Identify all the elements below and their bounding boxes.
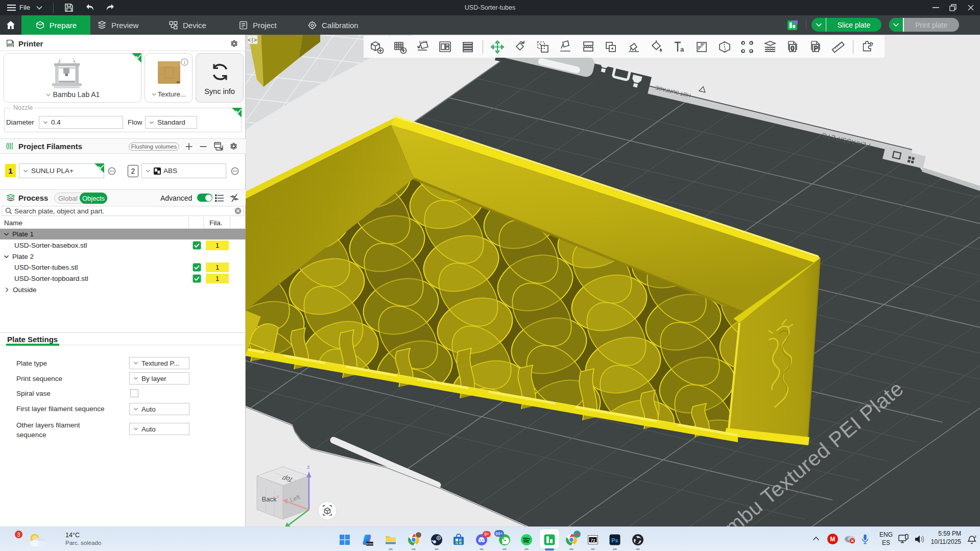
svg-text:0: 0 <box>791 45 795 52</box>
svg-text:Ps: Ps <box>611 537 618 543</box>
svg-text:a: a <box>680 45 684 53</box>
svg-text:M365: M365 <box>366 542 374 545</box>
svg-text:<|>: <|> <box>248 38 257 43</box>
svg-text:P: P <box>814 45 818 52</box>
svg-text:Back: Back <box>262 495 277 503</box>
svg-text:z: z <box>974 534 976 539</box>
svg-text:i: i <box>184 60 185 65</box>
svg-text:AUTO: AUTO <box>419 40 427 43</box>
svg-text:x: x <box>276 493 279 499</box>
svg-text:z: z <box>307 464 310 470</box>
svg-text:7z: 7z <box>590 538 595 543</box>
